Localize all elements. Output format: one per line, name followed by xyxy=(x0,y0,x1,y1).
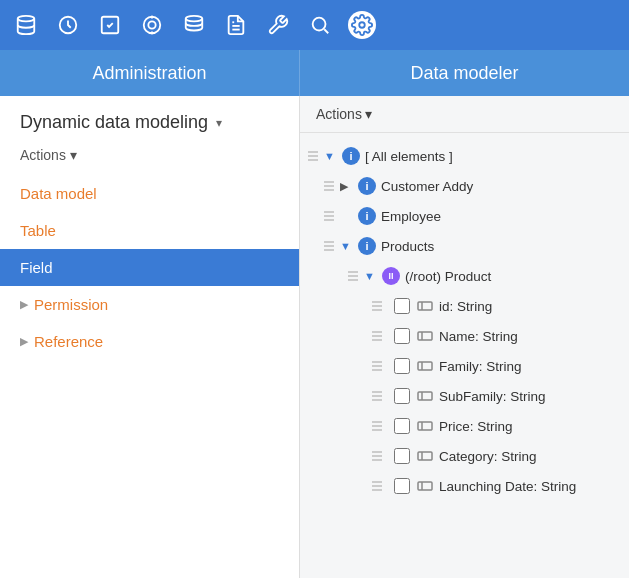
drag-handle xyxy=(372,391,388,401)
sidebar-nav: Data model Table Field ▶ Permission ▶ Re… xyxy=(0,175,299,360)
all-elements-chevron[interactable]: ▼ xyxy=(324,150,338,162)
sidebar-actions-button[interactable]: Actions ▾ xyxy=(0,143,299,175)
sidebar-item-permission[interactable]: ▶ Permission xyxy=(0,286,299,323)
field-name-checkbox[interactable] xyxy=(394,328,410,344)
svg-line-11 xyxy=(324,29,328,33)
right-panel-toolbar: Actions ▾ xyxy=(300,96,629,133)
admin-section-header: Administration xyxy=(0,50,300,96)
tree: ▼ i [ All elements ] ▶ i Customer Addy ▶… xyxy=(300,133,629,509)
products-label: Products xyxy=(381,239,434,254)
search-icon[interactable] xyxy=(306,11,334,39)
target-icon[interactable] xyxy=(138,11,166,39)
product-root-chevron[interactable]: ▼ xyxy=(364,270,378,282)
clock-icon[interactable] xyxy=(54,11,82,39)
sidebar-item-data-model[interactable]: Data model xyxy=(0,175,299,212)
drag-handle xyxy=(372,301,388,311)
field-category-checkbox[interactable] xyxy=(394,448,410,464)
tree-row-field-subfamily[interactable]: SubFamily: String xyxy=(300,381,629,411)
tree-row-field-family[interactable]: Family: String xyxy=(300,351,629,381)
tree-row-products[interactable]: ▼ i Products xyxy=(300,231,629,261)
right-panel: Actions ▾ ▼ i [ All elements ] ▶ i Custo… xyxy=(300,96,629,578)
all-elements-type-icon: i xyxy=(342,147,360,165)
svg-point-0 xyxy=(18,16,35,22)
employee-type-icon: i xyxy=(358,207,376,225)
employee-label: Employee xyxy=(381,209,441,224)
tree-row-field-launching[interactable]: Launching Date: String xyxy=(300,471,629,501)
product-root-label: (/root) Product xyxy=(405,269,491,284)
field-id-checkbox[interactable] xyxy=(394,298,410,314)
field-name-label: Name: String xyxy=(439,329,518,344)
svg-point-4 xyxy=(148,21,155,28)
drag-handle xyxy=(372,361,388,371)
settings-icon[interactable] xyxy=(348,11,376,39)
field-id-icon xyxy=(416,297,434,315)
svg-rect-21 xyxy=(418,422,432,430)
edit-document-icon[interactable] xyxy=(222,11,250,39)
drag-handle xyxy=(372,451,388,461)
svg-rect-15 xyxy=(418,332,432,340)
tree-row-field-id[interactable]: id: String xyxy=(300,291,629,321)
tree-row-customer-addy[interactable]: ▶ i Customer Addy xyxy=(300,171,629,201)
sidebar-item-table[interactable]: Table xyxy=(0,212,299,249)
field-category-icon xyxy=(416,447,434,465)
product-root-type-icon: II xyxy=(382,267,400,285)
sidebar-item-reference[interactable]: ▶ Reference xyxy=(0,323,299,360)
top-toolbar xyxy=(0,0,629,50)
sidebar-title-dropdown-arrow[interactable]: ▾ xyxy=(216,116,222,130)
svg-point-3 xyxy=(144,17,161,34)
svg-rect-19 xyxy=(418,392,432,400)
datamodeler-section-header: Data modeler xyxy=(300,50,629,96)
customer-addy-chevron[interactable]: ▶ xyxy=(340,180,354,193)
field-price-label: Price: String xyxy=(439,419,513,434)
field-subfamily-label: SubFamily: String xyxy=(439,389,546,404)
field-category-label: Category: String xyxy=(439,449,537,464)
field-name-icon xyxy=(416,327,434,345)
permission-expand-arrow: ▶ xyxy=(20,298,28,311)
svg-rect-25 xyxy=(418,482,432,490)
field-family-checkbox[interactable] xyxy=(394,358,410,374)
right-panel-actions-arrow: ▾ xyxy=(365,106,372,122)
drag-handle xyxy=(324,181,340,191)
field-launching-checkbox[interactable] xyxy=(394,478,410,494)
svg-rect-23 xyxy=(418,452,432,460)
checkbox-icon[interactable] xyxy=(96,11,124,39)
sidebar-actions-arrow: ▾ xyxy=(70,147,77,163)
field-family-icon xyxy=(416,357,434,375)
svg-point-10 xyxy=(313,18,326,31)
tree-row-product-root[interactable]: ▼ II (/root) Product xyxy=(300,261,629,291)
field-price-checkbox[interactable] xyxy=(394,418,410,434)
tree-row-field-category[interactable]: Category: String xyxy=(300,441,629,471)
field-launching-icon xyxy=(416,477,434,495)
sidebar-item-field[interactable]: Field xyxy=(0,249,299,286)
field-id-label: id: String xyxy=(439,299,492,314)
field-launching-label: Launching Date: String xyxy=(439,479,576,494)
field-price-icon xyxy=(416,417,434,435)
svg-point-7 xyxy=(186,16,203,22)
database-icon[interactable] xyxy=(12,11,40,39)
drag-handle xyxy=(308,151,324,161)
tree-row-all-elements[interactable]: ▼ i [ All elements ] xyxy=(300,141,629,171)
field-subfamily-checkbox[interactable] xyxy=(394,388,410,404)
sidebar: Dynamic data modeling ▾ Actions ▾ Data m… xyxy=(0,96,300,578)
field-subfamily-icon xyxy=(416,387,434,405)
drag-handle xyxy=(372,421,388,431)
right-panel-actions-button[interactable]: Actions ▾ xyxy=(316,106,372,122)
section-headers: Administration Data modeler xyxy=(0,50,629,96)
products-chevron[interactable]: ▼ xyxy=(340,240,354,252)
drag-handle xyxy=(324,211,340,221)
customer-addy-type-icon: i xyxy=(358,177,376,195)
drag-handle xyxy=(372,481,388,491)
drag-handle xyxy=(372,331,388,341)
tree-row-field-price[interactable]: Price: String xyxy=(300,411,629,441)
customer-addy-label: Customer Addy xyxy=(381,179,473,194)
svg-rect-17 xyxy=(418,362,432,370)
drag-handle xyxy=(324,241,340,251)
products-type-icon: i xyxy=(358,237,376,255)
svg-rect-13 xyxy=(418,302,432,310)
main-content: Dynamic data modeling ▾ Actions ▾ Data m… xyxy=(0,96,629,578)
tree-row-field-name[interactable]: Name: String xyxy=(300,321,629,351)
layers-icon[interactable] xyxy=(180,11,208,39)
wrench-icon[interactable] xyxy=(264,11,292,39)
tree-row-employee[interactable]: ▶ i Employee xyxy=(300,201,629,231)
drag-handle xyxy=(348,271,364,281)
